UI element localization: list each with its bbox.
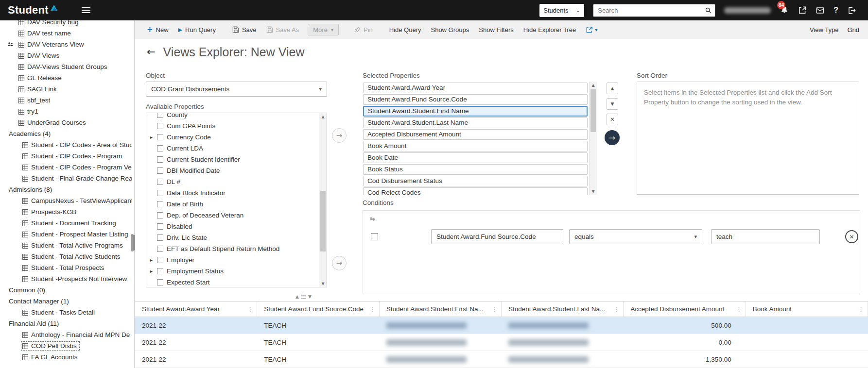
- splitter-down-icon[interactable]: ▼: [308, 294, 312, 299]
- save-as-button[interactable]: Save As: [261, 20, 304, 39]
- help-icon[interactable]: ?: [833, 6, 838, 15]
- new-button[interactable]: + New: [142, 20, 174, 39]
- available-property[interactable]: ▸ Disabled: [150, 221, 319, 232]
- table-row[interactable]: 2021-22 TEACH 1,350.00: [135, 351, 868, 368]
- sidebar-splitter-handle[interactable]: [133, 235, 135, 251]
- add-sort-property-button[interactable]: →: [605, 130, 620, 145]
- selected-property[interactable]: Book Date: [363, 152, 588, 163]
- column-header[interactable]: Student Award.Fund Source.Code ⋮: [257, 301, 379, 317]
- sidebar-item[interactable]: DAV Veterans View: [0, 39, 134, 50]
- scroll-up-icon[interactable]: ▲: [319, 113, 327, 120]
- selected-property[interactable]: Student Award.Fund Source.Code: [363, 94, 588, 105]
- sidebar-item[interactable]: Student - Total Active Students: [0, 251, 134, 262]
- sidebar-item[interactable]: Financial Aid (11): [0, 318, 134, 329]
- scroll-down-icon[interactable]: ▼: [319, 280, 327, 287]
- selected-property[interactable]: Book Amount: [363, 141, 588, 151]
- condition-operator-select[interactable]: equals ▾: [569, 229, 702, 244]
- condition-property-input[interactable]: Student Award.Fund Source.Code: [431, 229, 563, 244]
- property-checkbox[interactable]: [157, 257, 163, 263]
- pin-button[interactable]: Pin: [349, 20, 378, 39]
- save-button[interactable]: Save: [227, 20, 261, 39]
- scroll-up-icon[interactable]: ▲: [590, 82, 597, 88]
- sidebar-item[interactable]: Common (0): [0, 284, 134, 296]
- property-checkbox[interactable]: [157, 246, 163, 252]
- move-property-up-button[interactable]: ▲: [607, 83, 618, 94]
- search-icon[interactable]: [705, 7, 712, 14]
- expand-icon[interactable]: ▸: [150, 257, 157, 263]
- available-property[interactable]: ▸ Date of Birth: [150, 199, 319, 210]
- selected-property[interactable]: Student Award.Award Year: [363, 83, 588, 93]
- sidebar-item[interactable]: Student - Total Active Programs: [0, 240, 134, 251]
- available-property[interactable]: ▸ Current LDA: [150, 143, 319, 154]
- expand-icon[interactable]: ▸: [150, 268, 157, 274]
- condition-checkbox[interactable]: [371, 233, 378, 240]
- sidebar-item[interactable]: COD Pell Disbs: [0, 340, 134, 351]
- open-new-window-icon[interactable]: [798, 6, 807, 15]
- app-switcher-select[interactable]: Students ⌄: [539, 4, 584, 17]
- sidebar-item[interactable]: Contact Manager (1): [0, 296, 134, 307]
- show-groups-button[interactable]: Show Groups: [426, 20, 474, 39]
- sidebar-item[interactable]: CampusNexus - TestViewApplicant: [0, 195, 134, 206]
- property-checkbox[interactable]: [157, 113, 163, 118]
- messages-icon[interactable]: [816, 6, 825, 15]
- expand-icon[interactable]: ▸: [150, 134, 157, 140]
- scroll-down-icon[interactable]: ▼: [590, 188, 597, 195]
- splitter-up-icon[interactable]: ▲: [295, 294, 299, 299]
- sidebar-item[interactable]: Prospects-KGB: [0, 206, 134, 217]
- column-header[interactable]: Student Award.Award Year ⋮: [135, 301, 257, 317]
- move-property-down-button[interactable]: ▼: [607, 98, 618, 110]
- sidebar-item[interactable]: Student - CIP Codes - Program: [0, 151, 134, 162]
- hide-explorer-tree-button[interactable]: Hide Explorer Tree: [519, 20, 581, 39]
- sidebar-item[interactable]: Student - CIP Codes - Area of Stud: [0, 139, 134, 151]
- property-checkbox[interactable]: [157, 234, 163, 241]
- available-property[interactable]: ▸ Driv. Lic State: [150, 232, 319, 243]
- property-checkbox[interactable]: [157, 156, 163, 163]
- sidebar-item[interactable]: DAV Views: [0, 50, 134, 61]
- available-property[interactable]: ▸ EFT as Default Stipend Return Method: [150, 243, 319, 254]
- property-checkbox[interactable]: [157, 223, 163, 230]
- available-property[interactable]: ▸ Employer: [150, 254, 319, 266]
- column-header[interactable]: Accepted Disbursement Amount ⋮: [624, 301, 746, 317]
- column-menu-icon[interactable]: ⋮: [610, 305, 623, 313]
- selected-scrollbar[interactable]: ▲ ▼: [589, 82, 597, 195]
- more-button[interactable]: More ▾: [308, 24, 339, 35]
- available-property[interactable]: ▸ Employment Status: [150, 266, 319, 277]
- condition-value-input[interactable]: teach: [711, 229, 820, 244]
- property-checkbox[interactable]: [157, 190, 163, 196]
- object-select[interactable]: COD Grant Disbursements ▾: [146, 82, 327, 97]
- sidebar-item[interactable]: Student - Final Grade Change Rea: [0, 173, 134, 184]
- selected-property[interactable]: Student Award.Student.First Name: [363, 106, 588, 117]
- sidebar-item[interactable]: GL Release: [0, 72, 134, 84]
- sidebar-item[interactable]: Student -Prospects Not Interview: [0, 273, 134, 284]
- add-condition-property-button[interactable]: →: [332, 256, 347, 270]
- remove-property-button[interactable]: ✕: [607, 114, 618, 125]
- selected-property[interactable]: Cod Reject Codes: [363, 187, 588, 195]
- column-header[interactable]: Book Amount ⋮: [746, 301, 868, 317]
- selected-property[interactable]: Book Status: [363, 164, 588, 175]
- available-property[interactable]: ▸ Cum GPA Points: [150, 120, 319, 132]
- available-property[interactable]: ▸ County: [150, 113, 319, 120]
- back-button[interactable]: ←: [147, 46, 156, 58]
- table-row[interactable]: 2021-22 TEACH 0.00: [135, 334, 868, 351]
- available-property[interactable]: ▸ DBI Modified Date: [150, 165, 319, 176]
- property-checkbox[interactable]: [157, 167, 163, 174]
- sidebar-item[interactable]: DAV test name: [0, 28, 134, 39]
- column-menu-icon[interactable]: ⋮: [488, 305, 501, 313]
- search-input[interactable]: [593, 4, 715, 17]
- sidebar-item[interactable]: Student - Tasks Detail: [0, 307, 134, 318]
- run-query-button[interactable]: ▶ Run Query: [174, 20, 221, 39]
- user-name-redacted[interactable]: [724, 7, 771, 14]
- property-checkbox[interactable]: [157, 123, 163, 129]
- notifications-button[interactable]: 84: [780, 5, 789, 15]
- property-checkbox[interactable]: [157, 145, 163, 151]
- sidebar-item[interactable]: Admissions (8): [0, 184, 134, 195]
- app-logo[interactable]: Student: [0, 4, 57, 17]
- sidebar-item[interactable]: Student - Document Tracking: [0, 217, 134, 229]
- available-property[interactable]: ▸ Data Block Indicator: [150, 187, 319, 199]
- table-row[interactable]: 2021-22 TEACH 500.00: [135, 317, 868, 334]
- column-header[interactable]: Student Award.Student.First Na... ⋮: [380, 301, 502, 317]
- column-header[interactable]: Student Award.Student.Last Na... ⋮: [502, 301, 624, 317]
- column-menu-icon[interactable]: ⋮: [732, 305, 746, 313]
- property-checkbox[interactable]: [157, 212, 163, 218]
- available-property[interactable]: ▸ Expected Start: [150, 277, 319, 287]
